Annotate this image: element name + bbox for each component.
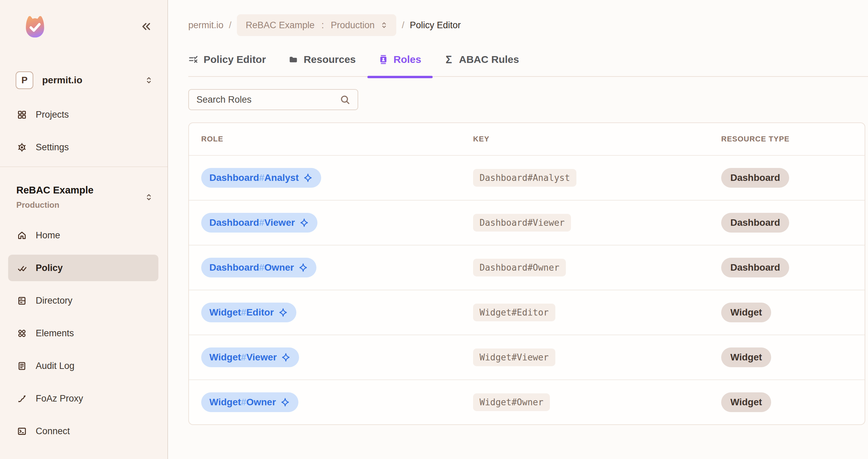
collapse-sidebar-button[interactable] <box>138 20 152 33</box>
search-roles-input[interactable] <box>189 95 339 105</box>
org-name: permit.io <box>42 75 82 86</box>
sidebar-item-directory[interactable]: Directory <box>8 287 158 314</box>
breadcrumb-project: ReBAC Example <box>246 20 315 31</box>
sidebar-item-label: Policy <box>36 263 63 273</box>
role-key: Dashboard#Owner <box>473 259 566 276</box>
sparkle-icon <box>298 262 308 273</box>
breadcrumb-colon: : <box>322 20 324 31</box>
sparkle-icon <box>303 173 313 183</box>
sidebar: P permit.io Projects <box>0 0 168 459</box>
column-header-role: ROLE <box>201 135 473 143</box>
sidebar-item-label: Home <box>36 230 60 241</box>
role-pill[interactable]: Dashboard#Owner <box>201 258 316 277</box>
cabinet-icon <box>17 296 27 306</box>
sidebar-item-settings[interactable]: Settings <box>8 134 158 160</box>
breadcrumb-org-link[interactable]: permit.io <box>188 20 224 31</box>
breadcrumb: permit.io / ReBAC Example : Production /… <box>188 14 868 36</box>
resource-type-tag: Widget <box>721 303 771 322</box>
sidebar-item-label: Projects <box>36 109 69 120</box>
breadcrumb-separator: / <box>229 20 232 31</box>
project-name: ReBAC Example <box>16 185 93 196</box>
unfold-icon <box>144 75 154 85</box>
sidebar-item-home[interactable]: Home <box>8 222 158 249</box>
resource-type-tag: Widget <box>721 347 771 367</box>
role-label: Dashboard#Owner <box>209 262 294 273</box>
table-body: Dashboard#Analyst Dashboard#Analyst Dash… <box>189 155 865 424</box>
role-label: Widget#Owner <box>209 397 276 408</box>
sidebar-item-policy[interactable]: Policy <box>8 255 158 281</box>
table-row[interactable]: Dashboard#Owner Dashboard#Owner Dashboar… <box>189 245 865 290</box>
column-header-key: KEY <box>473 135 721 143</box>
sparkle-icon <box>278 307 288 318</box>
role-pill[interactable]: Widget#Viewer <box>201 347 299 367</box>
role-key: Widget#Viewer <box>473 348 555 366</box>
document-lines-icon <box>17 361 27 371</box>
double-check-icon <box>17 263 27 273</box>
sidebar-item-label: Settings <box>36 142 69 153</box>
rules-list-icon <box>188 54 198 65</box>
tab-abac-rules[interactable]: Σ ABAC Rules <box>444 54 519 65</box>
breadcrumb-separator: / <box>402 20 404 31</box>
role-label: Widget#Viewer <box>209 352 277 363</box>
gear-icon <box>17 142 27 152</box>
grid-icon <box>17 110 27 120</box>
search-icon[interactable] <box>339 94 351 105</box>
breadcrumb-environment: Production <box>331 20 375 31</box>
role-pill[interactable]: Widget#Editor <box>201 303 296 322</box>
role-pill[interactable]: Widget#Owner <box>201 392 298 412</box>
role-label: Widget#Editor <box>209 307 274 318</box>
table-row[interactable]: Dashboard#Analyst Dashboard#Analyst Dash… <box>189 155 865 200</box>
tab-policy-editor[interactable]: Policy Editor <box>188 54 266 65</box>
chevrons-left-icon <box>139 21 151 32</box>
tab-label: Roles <box>394 54 421 65</box>
table-row[interactable]: Widget#Viewer Widget#Viewer Widget <box>189 335 865 379</box>
resource-type-tag: Dashboard <box>721 168 789 188</box>
resource-type-tag: Dashboard <box>721 258 789 277</box>
sigma-icon: Σ <box>444 54 454 65</box>
circles-icon <box>17 328 27 338</box>
table-header-row: ROLE KEY RESOURCE TYPE <box>189 123 865 155</box>
role-key: Dashboard#Analyst <box>473 169 576 187</box>
table-row[interactable]: Widget#Owner Widget#Owner Widget <box>189 379 865 424</box>
tab-label: Resources <box>303 54 355 65</box>
breadcrumb-page: Policy Editor <box>410 20 461 31</box>
sparkle-icon <box>280 397 290 407</box>
search-roles-box <box>188 89 358 110</box>
roles-table: ROLE KEY RESOURCE TYPE Dashboard#Analyst… <box>188 122 865 425</box>
org-switcher[interactable]: P permit.io <box>0 71 168 89</box>
badge-icon <box>378 54 388 65</box>
sidebar-item-audit-log[interactable]: Audit Log <box>8 353 158 379</box>
sidebar-item-connect[interactable]: Connect <box>8 418 158 444</box>
role-pill[interactable]: Dashboard#Viewer <box>201 213 317 233</box>
home-icon <box>17 231 27 240</box>
permit-logo-icon <box>22 13 48 39</box>
role-pill[interactable]: Dashboard#Analyst <box>201 168 321 188</box>
breadcrumb-project-selector[interactable]: ReBAC Example : Production <box>237 14 396 36</box>
sidebar-item-projects[interactable]: Projects <box>8 101 158 128</box>
route-arrow-icon <box>17 394 27 404</box>
folder-icon <box>288 54 298 65</box>
main-content: permit.io / ReBAC Example : Production /… <box>168 0 868 459</box>
sparkle-icon <box>299 218 309 228</box>
tab-resources[interactable]: Resources <box>288 54 355 65</box>
role-label: Dashboard#Viewer <box>209 217 295 228</box>
role-label: Dashboard#Analyst <box>209 172 299 183</box>
sidebar-item-label: FoAz Proxy <box>36 393 83 404</box>
tabbar: Policy Editor Resources Roles <box>188 54 868 77</box>
tab-roles[interactable]: Roles <box>378 54 421 65</box>
resource-type-tag: Widget <box>721 392 771 412</box>
table-row[interactable]: Widget#Editor Widget#Editor Widget <box>189 290 865 335</box>
sidebar-item-foaz-proxy[interactable]: FoAz Proxy <box>8 385 158 412</box>
unfold-icon <box>144 192 154 202</box>
sidebar-item-elements[interactable]: Elements <box>8 320 158 346</box>
unfold-icon <box>379 20 389 30</box>
org-avatar: P <box>16 71 33 89</box>
table-row[interactable]: Dashboard#Viewer Dashboard#Viewer Dashbo… <box>189 200 865 245</box>
role-key: Widget#Editor <box>473 304 555 321</box>
terminal-icon <box>17 426 27 436</box>
sidebar-item-label: Audit Log <box>36 361 74 371</box>
sidebar-item-label: Directory <box>36 295 72 306</box>
resource-type-tag: Dashboard <box>721 213 789 233</box>
role-key: Dashboard#Viewer <box>473 214 571 232</box>
project-switcher[interactable]: ReBAC Example Production <box>0 167 168 210</box>
